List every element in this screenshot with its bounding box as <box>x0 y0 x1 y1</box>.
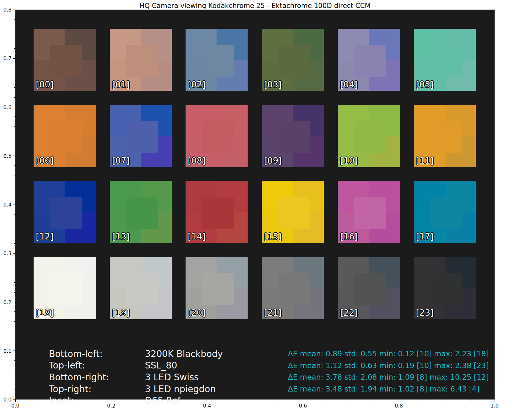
y-axis-major-tick <box>13 205 15 205</box>
y-axis-minor-tick <box>14 360 15 361</box>
patch-inset <box>202 45 234 77</box>
patch-inset <box>126 197 158 229</box>
legend-value: 3 LED npiegdon <box>145 384 288 394</box>
legend-label: Top-right: <box>49 384 145 394</box>
color-patch-16: [16] <box>338 181 400 243</box>
patch-inset <box>126 45 158 77</box>
patch-inset <box>278 45 310 77</box>
y-axis-major-tick <box>13 400 15 400</box>
patch-inset <box>50 273 82 305</box>
color-patch-21: [21] <box>262 257 324 319</box>
color-patch-12: [12] <box>34 181 96 243</box>
y-axis-tick-label: 0.7 <box>1 55 12 61</box>
patch-inset <box>278 273 310 305</box>
patch-label: [11] <box>416 156 433 166</box>
color-patch-04: [04] <box>338 29 400 91</box>
x-axis-major-tick <box>495 400 495 402</box>
color-patch-13: [13] <box>110 181 172 243</box>
y-axis-minor-tick <box>14 48 15 49</box>
patch-label: [07] <box>112 156 130 166</box>
y-axis-major-tick <box>13 156 15 156</box>
patch-label: [10] <box>340 156 358 166</box>
x-axis-minor-tick <box>255 400 255 401</box>
color-patch-03: [03] <box>262 29 324 91</box>
x-axis-minor-tick <box>159 400 159 401</box>
patch-label: [09] <box>264 156 282 166</box>
legend-row: Bottom-left: 3200K Blackbody ΔE mean: 0.… <box>49 348 503 360</box>
y-axis-minor-tick <box>14 185 15 185</box>
delta-e-stats: ΔE mean: 0.89 std: 0.55 min: 0.12 [10] m… <box>288 350 503 358</box>
patch-label: [08] <box>188 156 205 166</box>
legend-row: Top-right: 3 LED npiegdon ΔE mean: 3.48 … <box>49 383 503 395</box>
x-axis-tick-label: 1.0 <box>490 403 498 409</box>
delta-e-stats: ΔE mean: 3.78 std: 2.08 min: 1.09 [8] ma… <box>288 373 503 381</box>
patch-inset <box>430 45 462 77</box>
color-patch-17: [17] <box>414 181 476 243</box>
color-patch-09: [09] <box>262 105 324 167</box>
legend-label: Bottom-right: <box>49 372 145 383</box>
x-axis-tick-label: 0.8 <box>395 403 403 409</box>
y-axis-minor-tick <box>14 68 15 68</box>
y-axis-minor-tick <box>14 273 15 273</box>
chart-title: HQ Camera viewing Kodakchrome 25 - Ektac… <box>15 2 495 10</box>
y-axis-tick-label: 0.3 <box>1 250 12 256</box>
patch-label: [17] <box>416 231 433 241</box>
legend-value: 3 LED Swiss <box>145 372 288 383</box>
color-patch-14: [14] <box>186 181 248 243</box>
patch-inset <box>430 273 462 305</box>
delta-e-stats: ΔE mean: 1.12 std: 0.63 min: 0.19 [10] m… <box>288 361 503 370</box>
y-axis-minor-tick <box>14 78 15 78</box>
patch-inset <box>354 197 386 229</box>
patch-inset <box>126 273 158 305</box>
y-axis-minor-tick <box>14 390 15 390</box>
x-axis-major-tick <box>15 400 16 402</box>
y-axis-tick-label: 0.6 <box>1 104 12 110</box>
patch-label: [20] <box>188 308 205 318</box>
y-axis-major-tick <box>13 10 15 10</box>
legend-value: D65 Ref <box>145 395 288 406</box>
y-axis-minor-tick <box>14 136 15 136</box>
patch-label: [16] <box>340 231 358 241</box>
patch-label: [12] <box>36 231 53 241</box>
y-axis-minor-tick <box>14 370 15 370</box>
x-axis-minor-tick <box>135 400 135 401</box>
y-axis-minor-tick <box>14 39 15 39</box>
y-axis-minor-tick <box>14 292 15 293</box>
patch-inset <box>430 121 462 153</box>
patch-inset <box>126 121 158 153</box>
legend-row: Bottom-right: 3 LED Swiss ΔE mean: 3.78 … <box>49 371 503 383</box>
x-axis-tick-label: 0.2 <box>107 403 115 409</box>
patch-label: [14] <box>188 231 205 241</box>
y-axis-tick-label: 0.0 <box>1 397 12 403</box>
patch-inset <box>354 121 386 153</box>
y-axis-minor-tick <box>14 380 15 380</box>
y-axis-minor-tick <box>14 341 15 341</box>
patch-inset <box>354 45 386 77</box>
color-patch-19: [19] <box>110 257 172 319</box>
patch-inset <box>50 121 82 153</box>
color-patch-11: [11] <box>414 105 476 167</box>
y-axis-minor-tick <box>14 243 15 244</box>
y-axis-minor-tick <box>14 19 15 20</box>
color-patch-20: [20] <box>186 257 248 319</box>
figure: HQ Camera viewing Kodakchrome 25 - Ektac… <box>0 0 517 420</box>
x-axis-minor-tick <box>375 400 375 401</box>
x-axis-minor-tick <box>39 400 39 401</box>
patch-inset <box>430 197 462 229</box>
y-axis-tick-label: 0.1 <box>1 348 12 354</box>
y-axis-minor-tick <box>14 146 15 146</box>
y-axis-minor-tick <box>14 97 15 98</box>
y-axis-minor-tick <box>14 126 15 127</box>
patch-label: [00] <box>36 79 53 89</box>
patch-label: [03] <box>264 79 282 89</box>
patch-label: [15] <box>264 231 282 241</box>
color-patch-06: [06] <box>34 105 96 167</box>
color-patch-18: [18] <box>34 257 96 319</box>
color-patch-05: [05] <box>414 29 476 91</box>
patch-inset <box>278 197 310 229</box>
x-axis-major-tick <box>111 400 111 402</box>
y-axis-minor-tick <box>14 311 15 312</box>
y-axis-tick-label: 0.8 <box>1 7 12 13</box>
y-axis-tick-label: 0.2 <box>1 299 12 305</box>
x-axis-minor-tick <box>183 400 183 401</box>
